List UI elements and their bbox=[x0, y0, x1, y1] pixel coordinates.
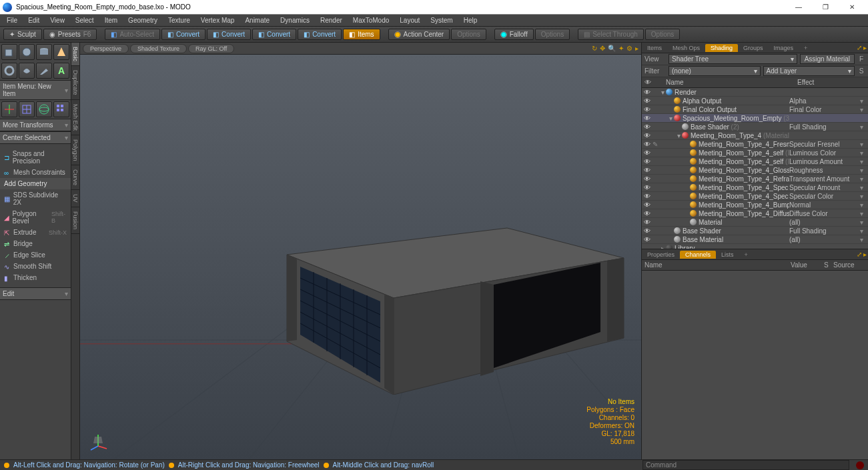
visibility-icon[interactable]: 👁 bbox=[643, 106, 651, 113]
channels-col-s[interactable]: S bbox=[821, 260, 831, 270]
axis-gizmo-icon[interactable] bbox=[88, 431, 108, 451]
viewport-gear-icon[interactable]: ⚙ bbox=[626, 45, 632, 52]
center-selected-dropdown[interactable]: Center Selected▾ bbox=[0, 131, 71, 144]
disclosure-icon[interactable]: ▾ bbox=[675, 132, 682, 139]
viewport-zoom-icon[interactable]: 🔍 bbox=[608, 45, 616, 52]
falloff-button[interactable]: Falloff bbox=[494, 29, 534, 40]
presets-button[interactable]: ◉PresetsF6 bbox=[43, 29, 97, 40]
tree-row[interactable]: 👁Material(all)▾ bbox=[642, 218, 868, 227]
add-layer-dropdown[interactable]: Add Layer▾ bbox=[763, 66, 855, 76]
chevron-down-icon[interactable]: ▾ bbox=[860, 219, 867, 226]
action-center-button[interactable]: Action Center bbox=[388, 29, 450, 40]
torus-tool-button[interactable] bbox=[1, 63, 17, 79]
tree-row[interactable]: 👁Base Shader (2)Full Shading▾ bbox=[642, 123, 868, 131]
chevron-down-icon[interactable]: ▾ bbox=[860, 158, 867, 165]
tree-row[interactable]: 👁▾Render bbox=[642, 88, 868, 97]
visibility-icon[interactable]: 👁 bbox=[643, 123, 651, 131]
chevron-down-icon[interactable]: ▾ bbox=[860, 167, 867, 174]
chevron-down-icon[interactable]: ▾ bbox=[860, 123, 867, 131]
viewport-nav-icon[interactable]: ↻ bbox=[592, 45, 597, 52]
sds-subdivide-item[interactable]: ▦SDS Subdivide 2X bbox=[0, 189, 71, 208]
filter-dropdown[interactable]: (none)▾ bbox=[669, 66, 761, 76]
menu-vertexmap[interactable]: Vertex Map bbox=[195, 15, 240, 25]
tab-add[interactable]: + bbox=[799, 44, 813, 52]
visibility-icon[interactable]: 👁 bbox=[643, 193, 651, 200]
thicken-item[interactable]: ▮Thicken bbox=[0, 272, 71, 283]
close-button[interactable]: ✕ bbox=[839, 0, 865, 14]
convert-materials-button[interactable]: ◧Convert bbox=[298, 29, 342, 40]
tab-shading[interactable]: Shading bbox=[705, 44, 738, 52]
sphere-tool-button[interactable] bbox=[19, 44, 35, 60]
tab-mesh-ops[interactable]: Mesh Ops bbox=[667, 44, 705, 52]
transform-tool-button[interactable] bbox=[53, 101, 69, 117]
tree-row[interactable]: 👁Meeting_Room_Type_4_Spec (Image) (2)Spe… bbox=[642, 183, 868, 192]
chevron-down-icon[interactable]: ▾ bbox=[860, 175, 867, 183]
cube-tool-button[interactable] bbox=[1, 44, 17, 60]
panel-menu-icon[interactable]: ▸ bbox=[863, 44, 867, 51]
sculpt-button[interactable]: ✦Sculpt bbox=[3, 29, 42, 40]
items-button[interactable]: ◧Items bbox=[343, 29, 380, 40]
visibility-icon[interactable]: 👁 bbox=[643, 141, 651, 148]
assign-material-button[interactable]: Assign Material bbox=[800, 54, 855, 64]
cone-tool-button[interactable] bbox=[53, 44, 69, 60]
viewport-pan-icon[interactable]: ✥ bbox=[600, 45, 605, 52]
viewport-perspective-pill[interactable]: Perspective bbox=[83, 44, 129, 53]
bridge-item[interactable]: ⇌Bridge bbox=[0, 238, 71, 249]
edit-dropdown[interactable]: Edit▾ bbox=[0, 287, 71, 300]
smooth-shift-item[interactable]: ∿Smooth Shift bbox=[0, 261, 71, 272]
tree-row[interactable]: 👁Meeting_Room_Type_4_Bump (Image)Normal▾ bbox=[642, 201, 868, 209]
vtab-polygon[interactable]: Polygon bbox=[71, 135, 79, 166]
tab-properties[interactable]: Properties bbox=[642, 251, 680, 259]
visibility-icon[interactable]: 👁 bbox=[643, 227, 651, 235]
menu-select[interactable]: Select bbox=[70, 15, 99, 25]
visibility-icon[interactable]: 👁 bbox=[643, 158, 651, 165]
tab-items[interactable]: Items bbox=[642, 44, 667, 52]
shader-tree[interactable]: 👁▾Render👁Alpha OutputAlpha▾👁Final Color … bbox=[642, 88, 868, 249]
command-input[interactable]: Command bbox=[642, 460, 849, 470]
chevron-down-icon[interactable]: ▾ bbox=[860, 227, 867, 235]
effect-column[interactable]: Effect bbox=[795, 77, 868, 87]
tree-row[interactable]: 👁▾Meeting_Room_Type_4 (Material) bbox=[642, 131, 868, 140]
menu-file[interactable]: File bbox=[1, 15, 23, 25]
visibility-icon[interactable]: 👁 bbox=[643, 236, 651, 243]
menu-layout[interactable]: Layout bbox=[394, 15, 425, 25]
viewport-shading-pill[interactable]: Shaded Texture bbox=[130, 44, 187, 53]
viewport-raygl-pill[interactable]: Ray GL: Off bbox=[188, 44, 234, 53]
name-column[interactable]: Name bbox=[657, 77, 795, 87]
channels-col-source[interactable]: Source bbox=[831, 260, 868, 270]
tab-groups[interactable]: Groups bbox=[738, 44, 769, 52]
teapot-tool-button[interactable] bbox=[19, 63, 35, 79]
menu-render[interactable]: Render bbox=[315, 15, 348, 25]
cylinder-tool-button[interactable] bbox=[36, 44, 52, 60]
maximize-button[interactable]: ❐ bbox=[812, 0, 839, 14]
auto-select-button[interactable]: ◧Auto-Select bbox=[105, 29, 160, 40]
menu-animate[interactable]: Animate bbox=[240, 15, 275, 25]
tree-row[interactable]: 👁Alpha OutputAlpha▾ bbox=[642, 97, 868, 105]
view-dropdown[interactable]: Shader Tree▾ bbox=[669, 54, 797, 64]
more-transforms-dropdown[interactable]: More Transforms▾ bbox=[0, 119, 71, 131]
convert-vertices-button[interactable]: ◧Convert bbox=[161, 29, 205, 40]
tree-row[interactable]: 👁Meeting_Room_Type_4_self (Image)Luminou… bbox=[642, 157, 868, 166]
menu-view[interactable]: View bbox=[45, 15, 70, 25]
tree-row[interactable]: 👁Meeting_Room_Type_4_Refract (Image)Tran… bbox=[642, 175, 868, 183]
edge-slice-item[interactable]: ⟋Edge Slice bbox=[0, 249, 71, 261]
select-through-button[interactable]: ▤Select Through bbox=[578, 29, 644, 40]
eye-column-icon[interactable]: 👁 bbox=[642, 77, 657, 87]
edit-icon[interactable]: ✎ bbox=[651, 141, 659, 148]
record-icon[interactable] bbox=[856, 461, 864, 469]
menu-system[interactable]: System bbox=[425, 15, 458, 25]
menu-dynamics[interactable]: Dynamics bbox=[275, 15, 315, 25]
vtab-duplicate[interactable]: Duplicate bbox=[71, 66, 79, 100]
menu-item[interactable]: Item bbox=[99, 15, 123, 25]
mesh-constraints-item[interactable]: ∞Mesh Constraints bbox=[0, 167, 71, 178]
vtab-curve[interactable]: Curve bbox=[71, 165, 79, 190]
panel-expand-icon[interactable]: ⤢ bbox=[857, 251, 862, 258]
options-button-2[interactable]: Options bbox=[535, 29, 570, 40]
tab-channels[interactable]: Channels bbox=[680, 251, 716, 259]
snaps-precision-item[interactable]: ⊐Snaps and Precision bbox=[0, 148, 71, 167]
tree-row[interactable]: 👁Final Color OutputFinal Color▾ bbox=[642, 105, 868, 114]
chevron-down-icon[interactable]: ▾ bbox=[860, 210, 867, 217]
tree-row[interactable]: 👁Meeting_Room_Type_4_Gloss (Image)Roughn… bbox=[642, 166, 868, 175]
visibility-icon[interactable]: 👁 bbox=[643, 210, 651, 217]
chevron-down-icon[interactable]: ▾ bbox=[860, 236, 867, 243]
